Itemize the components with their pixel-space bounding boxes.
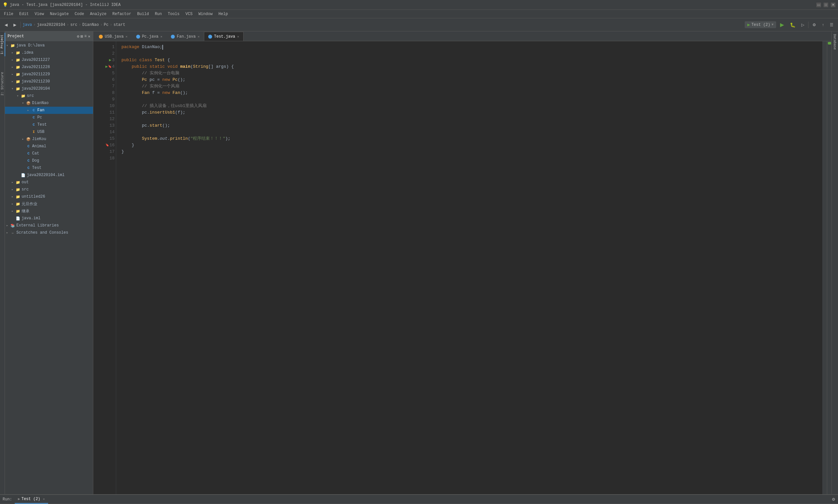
tree-arrow-20211227: ▸ — [12, 58, 15, 62]
breadcrumb-start[interactable]: start — [113, 22, 125, 27]
sidebar-database[interactable]: Database — [832, 32, 837, 52]
run-config-selector[interactable]: ▶ Test (2) ▼ — [745, 21, 776, 28]
menu-view[interactable]: View — [32, 11, 47, 17]
forward-button[interactable]: ▶ — [12, 22, 18, 28]
menu-file[interactable]: File — [1, 11, 16, 17]
folder-icon: 📁 — [15, 209, 21, 213]
menu-window[interactable]: Window — [196, 11, 215, 17]
coverage-button[interactable]: ▷ — [799, 22, 806, 28]
breadcrumb-pc[interactable]: Pc — [104, 22, 108, 27]
editor-scrollbar[interactable] — [822, 41, 827, 494]
folder-icon: 📁 — [15, 195, 21, 199]
run-button[interactable]: ▶ — [778, 21, 786, 29]
tree-item-cat[interactable]: C Cat — [5, 150, 93, 157]
tab-close-fan[interactable]: ✕ — [198, 35, 200, 39]
tree-item-animal[interactable]: C Animal — [5, 143, 93, 150]
menu-run[interactable]: Run — [152, 11, 165, 17]
breadcrumb-java[interactable]: java — [22, 22, 32, 27]
menu-tools[interactable]: Tools — [165, 11, 182, 17]
tree-item-extlibs[interactable]: ▸ 📚 External Libraries — [5, 222, 93, 229]
tree-item-yuandan[interactable]: ▸ 📁 元旦作业 — [5, 200, 93, 208]
tree-arrow-untitled26: ▸ — [12, 195, 15, 199]
tree-item-src2[interactable]: ▸ 📁 src — [5, 186, 93, 193]
project-gear-icon[interactable]: ⚙ — [77, 34, 79, 39]
tree-item-20211230[interactable]: ▸ 📁 java20211230 — [5, 78, 93, 85]
maximize-button[interactable]: □ — [824, 3, 828, 7]
settings-button[interactable]: ⚙ — [810, 22, 818, 28]
tab-usb[interactable]: USB.java ✕ — [95, 32, 132, 41]
menu-refactor[interactable]: Refactor — [110, 11, 134, 17]
back-button[interactable]: ◀ — [3, 22, 10, 28]
bookmark-list-button[interactable]: ☰ — [828, 22, 835, 28]
tab-close-usb[interactable]: ✕ — [126, 35, 128, 39]
project-collapse-icon[interactable]: ≡ — [85, 34, 87, 39]
tree-item-javaiml[interactable]: 📄 java.iml — [5, 215, 93, 222]
tree-item-iml[interactable]: 📄 java20220104.iml — [5, 172, 93, 179]
tree-item-20211228[interactable]: ▸ 📁 Java20211228 — [5, 64, 93, 71]
library-icon: 📚 — [10, 223, 15, 228]
tree-label-src: src — [27, 94, 34, 98]
code-line-4: public static void main(String[] args) { — [122, 64, 817, 70]
tree-item-diannao[interactable]: ▾ 📦 DianNao — [5, 100, 93, 107]
tree-item-idea[interactable]: ▸ 📁 .idea — [5, 49, 93, 56]
editor-area: USB.java ✕ Pc.java ✕ Fan.java ✕ Test.jav… — [93, 32, 832, 494]
tab-run-test[interactable]: ▶ Test (2) ✕ — [15, 495, 48, 504]
tab-close-test[interactable]: ✕ — [237, 35, 239, 39]
gutter-run-4[interactable]: ▶ — [105, 64, 108, 70]
menu-code[interactable]: Code — [72, 11, 87, 17]
tree-item-scratches[interactable]: ▸ ✏️ Scratches and Consoles — [5, 229, 93, 236]
tree-item-20220104[interactable]: ▾ 📁 java20220104 — [5, 85, 93, 92]
class-icon: C — [31, 108, 36, 112]
tab-fan[interactable]: Fan.java ✕ — [167, 32, 204, 41]
settings-run-button[interactable]: ⚙ — [832, 497, 835, 502]
tree-item-fan[interactable]: ▸ C Fan — [5, 107, 93, 114]
code-line-11: pc.insertUsb1(f); — [122, 109, 817, 116]
menu-edit[interactable]: Edit — [17, 11, 32, 17]
tree-item-untitled26[interactable]: ▸ 📁 untitled26 — [5, 193, 93, 200]
tab-pc[interactable]: Pc.java ✕ — [132, 32, 167, 41]
tree-item-20211229[interactable]: ▸ 📁 java20211229 — [5, 71, 93, 78]
tree-item-pc[interactable]: C Pc — [5, 114, 93, 121]
sidebar-tab-project[interactable]: 1: Project — [0, 33, 5, 56]
tree-item-jicheng[interactable]: ▸ 📁 继承 — [5, 208, 93, 215]
tree-item-usb[interactable]: I USB — [5, 128, 93, 136]
tab-close-pc[interactable]: ✕ — [160, 35, 162, 39]
tree-item-test2[interactable]: C Test — [5, 164, 93, 172]
run-tab-close[interactable]: ✕ — [43, 497, 45, 501]
tree-item-jiekou[interactable]: ▸ 📦 JieKou — [5, 136, 93, 143]
sidebar-tab-structure[interactable]: 2: Structure — [0, 70, 5, 97]
minimize-button[interactable]: — — [816, 3, 821, 7]
tree-item-20211227[interactable]: ▸ 📁 Java20211227 — [5, 56, 93, 64]
line-number-10: 10 — [109, 103, 114, 109]
code-line-2 — [122, 50, 817, 57]
vcs-button[interactable]: ↑ — [820, 22, 826, 28]
line-number-8: 8 — [112, 90, 114, 96]
tree-label-src2: src — [22, 187, 29, 192]
close-button[interactable]: ✕ — [831, 3, 835, 7]
toolbar-separator-1 — [20, 22, 21, 28]
tree-item-java[interactable]: ▾ 📁 java D:\Java — [5, 42, 93, 49]
breadcrumb-project[interactable]: java20220104 — [37, 22, 65, 27]
menu-navigate[interactable]: Navigate — [47, 11, 71, 17]
tree-arrow-yuandan: ▸ — [12, 202, 15, 206]
tab-test[interactable]: Test.java ✕ — [204, 32, 244, 41]
menu-build[interactable]: Build — [135, 11, 151, 17]
tree-item-src[interactable]: ▾ 📁 src — [5, 92, 93, 100]
tree-item-test-class[interactable]: C Test — [5, 121, 93, 128]
titlebar: 💡 java - Test.java [java20220104] - Inte… — [0, 0, 838, 10]
tree-item-dog[interactable]: C Dog — [5, 157, 93, 164]
debug-button[interactable]: 🐛 — [788, 22, 798, 28]
project-layout-icon[interactable]: ⊞ — [81, 34, 83, 39]
breadcrumb-diannao[interactable]: DianNao — [82, 22, 99, 27]
code-content[interactable]: package DianNao; public class Test { pub… — [116, 41, 822, 494]
project-close-icon[interactable]: ✕ — [88, 34, 90, 39]
gutter-run-3[interactable]: ▶ — [109, 57, 111, 64]
tab-label-usb: USB.java — [105, 34, 124, 39]
tree-item-out[interactable]: ▸ 📁 out — [5, 179, 93, 186]
menu-vcs[interactable]: VCS — [183, 11, 195, 17]
menu-help[interactable]: Help — [216, 11, 230, 17]
folder-icon: 📁 — [21, 94, 26, 98]
breadcrumb-src[interactable]: src — [70, 22, 77, 27]
menu-analyze[interactable]: Analyze — [87, 11, 109, 17]
folder-icon: 📁 — [15, 51, 21, 55]
